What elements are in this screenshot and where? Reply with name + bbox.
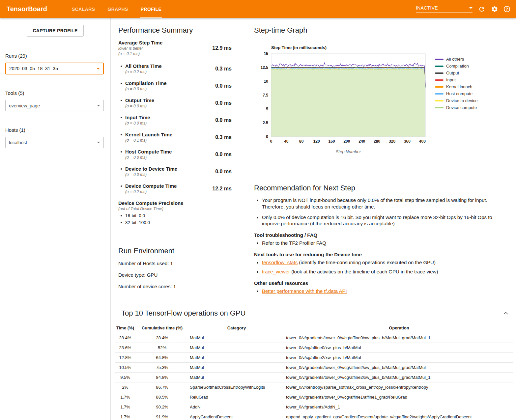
column-header: Cumulative time (%) [136,323,188,333]
tool-link-item: tensorflow_stats (identify the time-cons… [262,259,498,266]
resource-link-item: Better performance with the tf.data API [262,288,498,294]
tensorflow-stats-link[interactable]: tensorflow_stats [262,260,298,265]
legend-label: All others [446,57,464,62]
legend-label: Output [446,70,459,75]
legend-swatch-icon [435,86,444,88]
table-row: 12.8%64.8%MatMultower_0/v/cg/affine2/xw_… [115,353,513,363]
table-cell: MatMul [188,343,285,353]
svg-text:240: 240 [358,139,365,144]
column-header: Category [188,323,285,333]
legend-swatch-icon [435,93,444,95]
runs-select[interactable]: 2020_03_05_18_31_35 [5,63,104,74]
metric-value: 0.0 ms [215,152,232,157]
legend-item: Input [435,76,477,83]
svg-text:0: 0 [270,139,272,144]
tfdata-performance-link[interactable]: Better performance with the tf.data API [262,288,347,294]
recommendation-bullet: Your program is NOT input-bound because … [262,197,498,210]
table-cell: tower_0/v/gradients/tower_0/v/cg/affine0… [285,333,513,343]
table-row: 1.7%91.9%ApplyGradientDescentappend_appl… [115,412,513,420]
bullet-dot [121,83,122,84]
metric-sigma: (σ = 0.0 ms) [125,155,215,160]
performance-summary-title: Performance Summary [118,26,232,35]
tool-link-item: trace_viewer (look at the activities on … [262,268,498,275]
trace-viewer-link[interactable]: trace_viewer [262,269,290,274]
svg-text:2.5: 2.5 [263,121,268,125]
legend-item: Device to device [435,97,477,104]
svg-text:15: 15 [264,51,269,56]
table-cell: MatMul [188,353,285,363]
metric-sigma: (σ = 0.0 ms) [125,104,215,108]
chevron-down-icon [97,142,100,143]
tool-link-desc: (look at the activities on the timeline … [290,269,438,274]
table-row: 2%86.7%SparseSoftmaxCrossEntropyWithLogi… [115,382,513,392]
tool-link-desc: (identify the time-consuming operations … [298,260,436,265]
table-cell: tower_0/v/gradients/tower_0/v/cg/affine1… [285,392,513,402]
runenv-line: Device type: GPU [118,272,235,278]
main-content: Performance Summary Average Step Time lo… [110,18,516,420]
step-time-graph-section: Step-time Graph Step Time (in millisecon… [245,18,516,177]
status-value: INACTIVE [416,5,438,11]
refresh-icon[interactable] [478,6,485,13]
svg-text:160: 160 [329,139,335,144]
legend-label: Device to device [446,98,477,103]
settings-icon[interactable] [491,6,498,13]
runs-label: Runs (29) [5,53,105,59]
bullet-dot [121,168,122,170]
bullet-dot [121,117,122,118]
tab-graphs[interactable]: GRAPHS [103,0,132,18]
table-row: 9.5%84.8%MatMultower_0/v/gradients/tower… [115,373,513,382]
svg-text:80: 80 [299,139,304,144]
legend-swatch-icon [435,66,444,67]
svg-text:7.5: 7.5 [263,93,268,98]
legend-swatch-icon [435,72,444,74]
bullet-dot [121,134,122,135]
legend-item: Compilation [435,63,477,70]
runenv-line: Number of device cores: 1 [118,284,235,289]
table-cell: 1.7% [115,402,136,412]
table-cell: 88.5% [136,392,188,402]
precisions-title: Device Compute Precisions [118,200,232,206]
metric-value: 0.0 ms [215,169,232,175]
metric-value: 0.0 ms [215,100,232,106]
table-cell: 28.4% [136,333,188,343]
legend-swatch-icon [435,79,444,81]
metric-row: Kernel Launch Time(σ = 0.1 ms)0.3 ms [118,132,232,143]
table-cell: 90.2% [136,402,188,412]
faq-heading: Tool troubleshooting / FAQ [254,232,498,238]
hosts-select[interactable]: localhost [5,137,104,148]
svg-text:120: 120 [313,139,320,144]
recommendation-title: Recommendation for Next Step [254,184,498,192]
tools-value: overview_page [9,103,40,108]
table-cell: tower_0/v/cg/affine2/xw_plus_b/MatMul [285,353,513,363]
help-icon[interactable]: ? [504,6,510,12]
table-cell: AddN [188,402,285,412]
tools-label: Tools (5) [5,90,105,96]
metric-row: Compilation Time(σ = 0.0 ms)0.0 ms [118,80,232,91]
recommendation-bullet: Only 0.0% of device computation is 16 bi… [262,214,498,227]
table-cell: ApplyGradientDescent [188,412,285,420]
tools-select[interactable]: overview_page [5,100,104,111]
capture-profile-button[interactable]: CAPTURE PROFILE [27,25,84,37]
table-cell: 52% [136,343,188,353]
collapse-icon[interactable] [503,312,508,315]
metric-name: Output Time [125,98,215,103]
metric-name: Average Step Time [118,40,212,45]
metric-name: Device Compute Time [125,183,212,189]
metric-value: 0.0 ms [215,83,232,89]
status-dropdown[interactable]: INACTIVE [416,5,473,13]
tab-profile[interactable]: PROFILE [136,0,166,18]
legend-item: Output [435,70,477,76]
metric-name: Kernel Launch Time [125,132,215,137]
table-cell: 28.4% [115,333,136,343]
chart-legend: All othersCompilationOutputInputKernel l… [435,56,477,160]
runs-value: 2020_03_05_18_31_35 [9,66,58,71]
header-tabs: SCALARSGRAPHSPROFILE [66,0,168,18]
tab-scalars[interactable]: SCALARS [67,0,100,18]
table-cell: 64.8% [136,353,188,363]
bullet-dot [121,100,122,101]
table-row: 1.7%90.2%AddNtower_0/v/gradients/AddN_1 [115,402,513,412]
table-cell: 86.7% [136,382,188,392]
table-row: 23.6%52%MatMultower_0/v/cg/affine0/xw_pl… [115,343,513,353]
precision-value: 32-bit: 100.0 [125,220,150,225]
metric-row: Output Time(σ = 0.0 ms)0.0 ms [118,98,232,108]
